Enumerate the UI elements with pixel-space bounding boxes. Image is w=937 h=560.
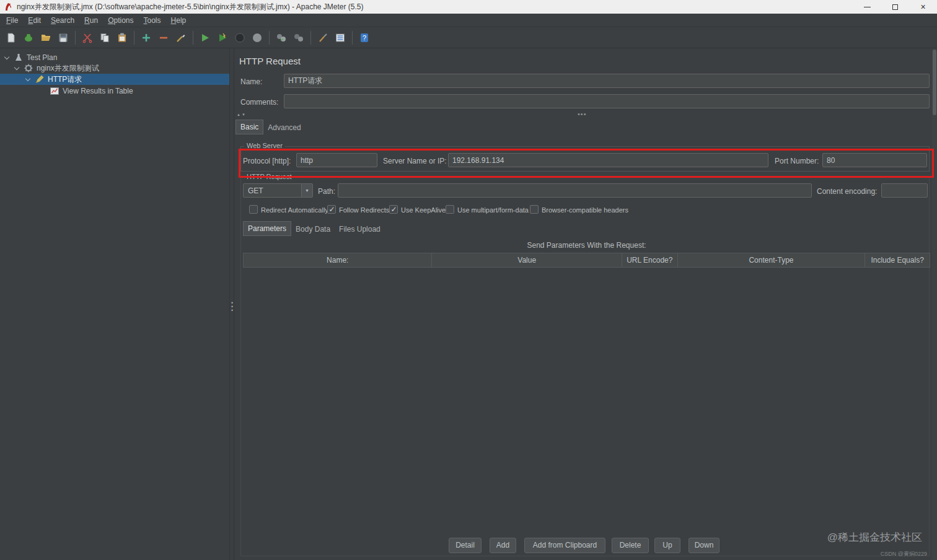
- minimize-button[interactable]: [853, 0, 881, 14]
- redirect-automatically-checkbox[interactable]: [249, 205, 258, 214]
- chevron-down-icon[interactable]: [14, 64, 19, 69]
- down-button[interactable]: Down: [688, 538, 719, 553]
- follow-redirects-checkbox[interactable]: [327, 205, 336, 214]
- column-header-include-equals[interactable]: Include Equals?: [865, 253, 930, 267]
- open-file-icon[interactable]: [38, 30, 54, 46]
- path-label: Path:: [318, 187, 335, 196]
- chevron-down-icon[interactable]: ▼: [301, 184, 312, 197]
- toolbar: ?: [0, 27, 937, 48]
- function-helper-icon[interactable]: [332, 30, 348, 46]
- port-number-input[interactable]: [822, 153, 927, 167]
- scrollbar-thumb[interactable]: [933, 50, 936, 115]
- column-header-content-type[interactable]: Content-Type: [678, 253, 865, 267]
- method-select[interactable]: GET ▼: [243, 183, 313, 198]
- menu-file[interactable]: File: [1, 14, 23, 27]
- content-encoding-label: Content encoding:: [817, 187, 877, 196]
- toolbar-separator: [134, 31, 134, 45]
- maximize-button[interactable]: [881, 0, 909, 14]
- add-from-clipboard-button[interactable]: Add from Clipboard: [524, 538, 605, 553]
- tab-parameters[interactable]: Parameters: [243, 221, 291, 236]
- thread-group-icon: [24, 63, 33, 73]
- use-multipart-checkbox[interactable]: [446, 205, 454, 214]
- content-encoding-input[interactable]: [881, 183, 928, 198]
- menu-tools[interactable]: Tools: [139, 14, 166, 27]
- paste-icon[interactable]: [114, 30, 130, 46]
- tab-body-data[interactable]: Body Data: [291, 222, 335, 236]
- follow-redirects-label: Follow Redirects: [339, 206, 389, 214]
- expand-all-icon[interactable]: [138, 30, 154, 46]
- toolbar-separator: [269, 31, 270, 45]
- use-multipart-label: Use multipart/form-data: [457, 206, 529, 214]
- params-table-header: Name: Value URL Encode? Content-Type Inc…: [243, 253, 930, 268]
- divider-grip-icon[interactable]: •••: [578, 110, 587, 118]
- save-icon[interactable]: [55, 30, 71, 46]
- browser-compatible-headers-label: Browser-compatible headers: [542, 206, 628, 214]
- test-plan-tree: Test Plan nginx并发限制测试 HTTP请求 View Result…: [0, 48, 229, 560]
- tree-item-label: nginx并发限制测试: [37, 63, 99, 74]
- tab-basic[interactable]: Basic: [235, 120, 263, 134]
- stop-icon[interactable]: [232, 30, 248, 46]
- minimize-icon: [864, 7, 871, 7]
- name-input[interactable]: [284, 74, 930, 88]
- detail-button[interactable]: Detail: [449, 538, 482, 553]
- tree-item-test-plan[interactable]: Test Plan: [0, 52, 229, 63]
- use-keepalive-label: Use KeepAlive: [401, 206, 446, 214]
- shutdown-icon[interactable]: [249, 30, 265, 46]
- chevron-down-icon[interactable]: [4, 54, 9, 59]
- delete-button[interactable]: Delete: [612, 538, 649, 553]
- send-params-label: Send Parameters With the Request:: [243, 241, 930, 250]
- cut-icon[interactable]: [79, 30, 95, 46]
- tree-item-http-request[interactable]: HTTP请求: [0, 74, 229, 85]
- new-file-icon[interactable]: [3, 30, 19, 46]
- tab-advanced[interactable]: Advanced: [263, 121, 305, 134]
- menu-edit[interactable]: Edit: [23, 14, 46, 27]
- svg-text:?: ?: [363, 34, 366, 42]
- param-tabs: Parameters Body Data Files Upload: [243, 221, 385, 236]
- start-no-pauses-icon[interactable]: [214, 30, 231, 46]
- http-request-icon: [35, 74, 45, 84]
- title-bar: nginx并发限制测试.jmx (D:\software\apache-jmet…: [0, 0, 937, 14]
- tree-item-label: Test Plan: [27, 53, 57, 62]
- templates-icon[interactable]: [20, 30, 37, 46]
- copy-icon[interactable]: [97, 30, 113, 46]
- panel-splitter[interactable]: •••: [229, 48, 234, 560]
- port-number-label: Port Number:: [775, 157, 819, 165]
- menu-bar: File Edit Search Run Options Tools Help: [0, 14, 937, 27]
- window-controls: ×: [853, 0, 937, 14]
- clear-icon[interactable]: [315, 30, 331, 46]
- protocol-label: Protocol [http]:: [243, 157, 291, 165]
- path-input[interactable]: [338, 183, 812, 198]
- menu-run[interactable]: Run: [79, 14, 103, 27]
- chevron-down-icon[interactable]: [25, 76, 30, 81]
- close-button[interactable]: ×: [909, 0, 937, 14]
- collapse-all-icon[interactable]: [156, 30, 172, 46]
- column-header-value[interactable]: Value: [432, 253, 622, 267]
- remote-start-all-icon[interactable]: [273, 30, 289, 46]
- use-keepalive-checkbox[interactable]: [389, 205, 398, 214]
- web-server-legend: Web Server: [244, 142, 285, 149]
- tab-files-upload[interactable]: Files Upload: [335, 222, 385, 236]
- up-button[interactable]: Up: [654, 538, 680, 553]
- editor-title: HTTP Request: [239, 56, 301, 66]
- toolbar-separator: [352, 31, 353, 45]
- column-header-name[interactable]: Name:: [244, 253, 432, 267]
- protocol-input[interactable]: [296, 153, 377, 167]
- tree-item-thread-group[interactable]: nginx并发限制测试: [0, 63, 229, 74]
- browser-compatible-headers-checkbox[interactable]: [530, 205, 539, 214]
- comments-input[interactable]: [284, 94, 930, 108]
- toggle-icon[interactable]: [173, 30, 189, 46]
- server-name-input[interactable]: [448, 153, 768, 167]
- tree-item-view-results[interactable]: View Results in Table: [0, 85, 229, 97]
- menu-search[interactable]: Search: [46, 14, 79, 27]
- add-button[interactable]: Add: [490, 538, 516, 553]
- menu-options[interactable]: Options: [103, 14, 138, 27]
- menu-help[interactable]: Help: [166, 14, 191, 27]
- column-header-url-encode[interactable]: URL Encode?: [622, 253, 678, 267]
- toolbar-separator: [310, 31, 311, 45]
- collapse-expand-arrows-icon[interactable]: ▲▼: [237, 113, 247, 116]
- vertical-scrollbar[interactable]: [932, 48, 937, 560]
- remote-shutdown-all-icon[interactable]: [291, 30, 307, 46]
- toolbar-separator: [193, 31, 193, 45]
- start-icon[interactable]: [197, 30, 213, 46]
- help-icon[interactable]: ?: [356, 30, 372, 46]
